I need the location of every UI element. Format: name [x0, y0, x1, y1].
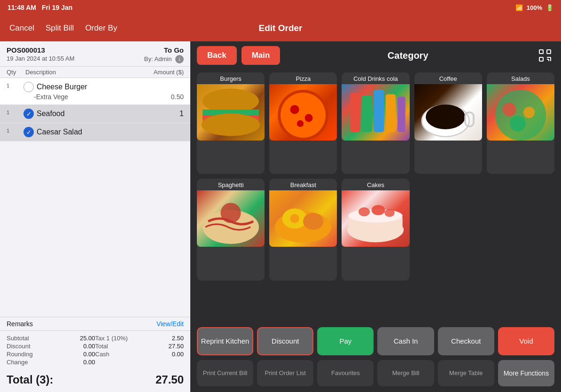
category-cold-drinks[interactable]: Cold Drinks cola	[342, 72, 409, 174]
nav-title: Edit Order	[259, 23, 303, 33]
category-burgers[interactable]: Burgers	[197, 72, 265, 174]
order-id: POS000013	[7, 46, 45, 54]
reprint-kitchen-button[interactable]: Reprint Kitchen	[197, 327, 253, 355]
category-breakfast-image	[269, 190, 337, 247]
grand-total: Total (3): 27.50	[0, 369, 190, 392]
favourites-button[interactable]: Favourites	[317, 360, 374, 386]
category-spaghetti[interactable]: Spaghetti	[197, 179, 265, 280]
svg-point-14	[290, 105, 299, 114]
print-current-bill-button[interactable]: Print Current Bill	[197, 360, 253, 386]
bottom-section: Remarks View/Edit Subtotal 25.00 Tax 1 (…	[0, 317, 190, 392]
category-pizza[interactable]: Pizza	[269, 72, 337, 174]
category-burgers-image	[197, 84, 265, 141]
order-item-cheese-burger[interactable]: 1 Cheese Burger -Extra Vege 0.50	[0, 78, 190, 105]
merge-bill-button[interactable]: Merge Bill	[377, 360, 434, 386]
modifier-amount: 0.50	[171, 93, 184, 101]
category-salads[interactable]: Salads	[487, 72, 554, 174]
item-name: Seafood	[37, 110, 179, 118]
pay-button[interactable]: Pay	[317, 327, 374, 355]
col-headers: Qty Description Amount ($)	[0, 67, 190, 78]
order-by-button[interactable]: Order By	[85, 24, 117, 33]
category-label: Category	[285, 50, 531, 61]
battery-icon: 🔋	[546, 4, 553, 11]
discount-value: 0.00	[51, 343, 95, 350]
scan-icon-button[interactable]	[536, 46, 554, 65]
battery-label: 100%	[527, 4, 542, 11]
split-bill-button[interactable]: Split Bill	[46, 24, 74, 33]
item-check[interactable]: ✓	[23, 109, 34, 119]
order-item-caesar-salad[interactable]: 1 ✓ Caesar Salad	[0, 123, 190, 141]
item-qty: 1	[7, 83, 23, 91]
back-button[interactable]: Back	[197, 46, 237, 65]
rounding-label: Rounding	[7, 351, 51, 358]
svg-point-40	[385, 209, 395, 217]
category-salads-image	[487, 84, 554, 141]
order-header: POS000013 To Go 19 Jan 2024 at 10:55 AM …	[0, 41, 190, 67]
category-cold-drinks-image	[342, 84, 409, 141]
tax1-value: 2.50	[140, 335, 184, 342]
svg-rect-20	[386, 94, 396, 132]
category-spaghetti-image	[197, 190, 265, 247]
view-edit-button[interactable]: View/Edit	[156, 320, 184, 328]
cancel-button[interactable]: Cancel	[9, 24, 34, 33]
merge-table-button[interactable]: Merge Table	[438, 360, 494, 386]
item-name: Caesar Salad	[37, 128, 184, 136]
category-spaghetti-label: Spaghetti	[197, 179, 265, 190]
svg-point-39	[372, 205, 385, 216]
total-label: Total	[95, 343, 140, 350]
status-date: Fri 19 Jan	[42, 4, 72, 11]
svg-point-16	[297, 120, 304, 127]
order-items: 1 Cheese Burger -Extra Vege 0.50 1 ✓ Sea…	[0, 78, 190, 317]
category-coffee[interactable]: Coffee	[414, 72, 482, 174]
category-cakes-label: Cakes	[342, 179, 409, 190]
item-row: 1 Cheese Burger	[7, 82, 184, 92]
item-row: 1 ✓ Caesar Salad	[7, 127, 184, 137]
action-bar-row1: Reprint Kitchen Discount Pay Cash In Che…	[190, 323, 561, 360]
main-button[interactable]: Main	[242, 46, 280, 65]
svg-point-23	[426, 104, 465, 129]
more-functions-button[interactable]: More Functions	[498, 360, 554, 386]
category-pizza-image	[269, 84, 337, 141]
category-cakes-image	[342, 190, 409, 247]
checkout-button[interactable]: Checkout	[438, 327, 494, 355]
status-bar: 11:48 AM Fri 19 Jan 📶 100% 🔋	[0, 0, 561, 15]
order-item-seafood[interactable]: 1 ✓ Seafood 1	[0, 105, 190, 123]
action-bar-row2: Print Current Bill Print Order List Favo…	[190, 360, 561, 392]
category-cakes[interactable]: Cakes	[342, 179, 409, 280]
cash-in-button[interactable]: Cash In	[377, 327, 434, 355]
print-order-list-button[interactable]: Print Order List	[257, 360, 313, 386]
discount-button[interactable]: Discount	[257, 327, 313, 355]
order-date: 19 Jan 2024 at 10:55 AM	[7, 55, 75, 63]
item-modifier: -Extra Vege 0.50	[7, 92, 184, 101]
svg-rect-1	[547, 50, 551, 54]
remarks-label: Remarks	[7, 320, 33, 328]
item-check[interactable]: ✓	[23, 127, 34, 137]
svg-point-15	[305, 114, 313, 122]
rounding-value: 0.00	[51, 351, 95, 358]
grand-total-label: Total (3):	[7, 373, 54, 386]
category-breakfast[interactable]: Breakfast	[269, 179, 337, 280]
svg-point-25	[495, 90, 546, 141]
svg-point-13	[280, 93, 326, 138]
category-grid: Burgers Pizza	[190, 70, 561, 323]
info-icon[interactable]: i	[175, 55, 184, 63]
right-panel: Back Main Category Burgers	[190, 41, 561, 392]
change-label: Change	[7, 359, 51, 366]
cash-label: Cash	[95, 351, 140, 358]
col-qty-header: Qty	[7, 69, 25, 76]
subtotal-label: Subtotal	[7, 335, 51, 342]
svg-rect-18	[362, 95, 373, 132]
change-value: 0.00	[51, 359, 95, 366]
void-button[interactable]: Void	[498, 327, 554, 355]
nav-bar: Cancel Split Bill Order By Edit Order	[0, 15, 561, 41]
order-header-row1: POS000013 To Go	[7, 46, 184, 54]
col-amount-header: Amount ($)	[154, 69, 184, 76]
discount-label: Discount	[7, 343, 51, 350]
remarks-row: Remarks View/Edit	[0, 317, 190, 331]
item-radio[interactable]	[23, 82, 34, 92]
item-amount: 1	[179, 110, 184, 118]
left-panel: POS000013 To Go 19 Jan 2024 at 10:55 AM …	[0, 41, 190, 392]
tax1-label: Tax 1 (10%)	[95, 335, 140, 342]
item-name: Cheese Burger	[37, 83, 184, 91]
col-desc-header: Description	[25, 69, 154, 76]
